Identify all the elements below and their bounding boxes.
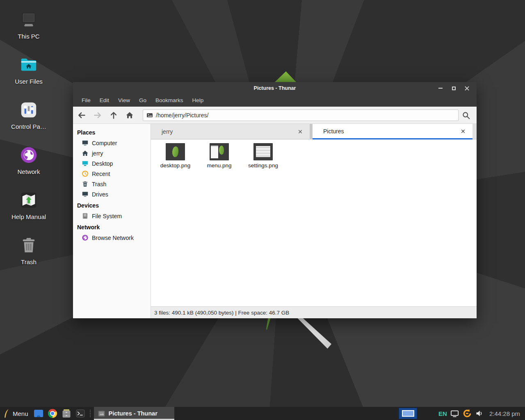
taskbar-window-button[interactable]: Pictures - Thunar xyxy=(94,407,174,420)
titlebar[interactable]: Pictures - Thunar xyxy=(73,82,477,94)
desktop-icon-label: Trash xyxy=(21,258,37,265)
desktop-icon-label: Control Pa… xyxy=(11,123,46,130)
close-icon xyxy=(461,129,465,133)
sidebar-item-desktop[interactable]: Desktop xyxy=(73,158,151,169)
forward-icon xyxy=(94,111,102,119)
launcher-file-manager[interactable] xyxy=(32,407,45,420)
sidebar-item-recent[interactable]: Recent xyxy=(73,169,151,179)
desktop-icon-help-manual[interactable]: Help Manual xyxy=(0,190,57,231)
sidebar-item-trash[interactable]: Trash xyxy=(73,179,151,189)
update-icon[interactable] xyxy=(462,409,472,418)
file-menu-png[interactable]: menu.png xyxy=(200,143,239,169)
sidebar-item-label: Drives xyxy=(92,191,108,198)
tab-close-button[interactable] xyxy=(459,128,467,135)
file-name: settings.png xyxy=(248,162,278,169)
blue-folder-icon xyxy=(34,409,43,418)
taskbar-left: Menu Pictures - Thunar xyxy=(0,407,174,420)
search-button[interactable] xyxy=(459,108,473,122)
path-bar[interactable]: /home/jerry/Pictures/ xyxy=(143,110,459,121)
up-button[interactable] xyxy=(106,108,121,122)
tab-close-button[interactable] xyxy=(297,128,304,135)
minimize-icon xyxy=(438,88,443,89)
display-icon[interactable] xyxy=(450,410,459,418)
close-button[interactable] xyxy=(460,82,473,94)
file-cabinet-icon xyxy=(62,409,71,418)
sidebar-item-browse-network[interactable]: Browse Network xyxy=(73,233,151,243)
forward-button[interactable] xyxy=(90,108,105,122)
minimize-button[interactable] xyxy=(434,82,447,94)
desktop-icon-network[interactable]: Network xyxy=(0,145,57,186)
sidebar-item-file-system[interactable]: File System xyxy=(73,211,151,221)
launcher-chrome[interactable] xyxy=(46,407,59,420)
desktop-icon-trash[interactable]: Trash xyxy=(0,235,57,276)
desktop-icon-label: Help Manual xyxy=(11,213,46,220)
keyboard-layout-indicator[interactable]: EN xyxy=(438,410,447,417)
menu-bookmarks[interactable]: Bookmarks xyxy=(151,94,188,107)
window-title: Pictures - Thunar xyxy=(73,85,477,91)
home-button[interactable] xyxy=(122,108,137,122)
sidebar-item-computer[interactable]: Computer xyxy=(73,138,151,148)
menubar: File Edit View Go Bookmarks Help xyxy=(73,94,477,107)
status-text: 3 files: 490.1 kB (490,050 bytes) | Free… xyxy=(154,310,289,316)
menu-file[interactable]: File xyxy=(77,94,95,107)
wallpaper-green-sliver xyxy=(265,317,272,330)
image-thumbnail xyxy=(166,143,185,160)
close-icon xyxy=(298,130,302,134)
home-folder-icon xyxy=(19,55,39,75)
tab-label: Pictures xyxy=(323,128,459,135)
maximize-button[interactable] xyxy=(447,82,460,94)
menu-go[interactable]: Go xyxy=(135,94,151,107)
workspace-1[interactable] xyxy=(402,410,414,417)
desktop-icon-this-pc[interactable]: This PC xyxy=(0,10,57,51)
sidebar-header-places: Places xyxy=(73,126,151,138)
sidebar-item-label: Computer xyxy=(92,140,117,146)
tab-jerry[interactable]: jerry xyxy=(151,124,310,139)
desktop-icon-control-panel[interactable]: Control Pa… xyxy=(0,100,57,141)
file-list[interactable]: desktop.png menu.png settings.png xyxy=(151,139,477,306)
tab-bar: jerry Pictures xyxy=(151,124,477,139)
menu-button[interactable]: Menu xyxy=(0,407,32,420)
back-icon xyxy=(78,111,86,119)
tab-bar-filler xyxy=(472,124,477,139)
desktop: This PC User Files Control Pa… Network H… xyxy=(0,0,525,420)
sidebar-item-jerry[interactable]: jerry xyxy=(73,148,151,158)
wallpaper-green-triangle xyxy=(274,71,297,83)
drives-icon xyxy=(82,191,89,198)
sidebar-item-label: jerry xyxy=(92,150,103,157)
maximize-icon xyxy=(452,87,456,90)
feather-logo-icon xyxy=(3,409,10,418)
image-thumbnail xyxy=(210,143,229,160)
desktop-icon-user-files[interactable]: User Files xyxy=(0,55,57,96)
sidebar-item-drives[interactable]: Drives xyxy=(73,189,151,199)
up-icon xyxy=(110,111,118,119)
file-name: menu.png xyxy=(207,162,231,169)
workspace-switcher[interactable] xyxy=(399,408,417,419)
home-icon xyxy=(126,111,134,119)
menu-help[interactable]: Help xyxy=(188,94,208,107)
menu-edit[interactable]: Edit xyxy=(95,94,114,107)
computer-icon xyxy=(82,139,89,146)
taskbar: Menu Pictures - Thunar xyxy=(0,407,525,420)
trash-icon xyxy=(82,180,89,187)
launcher-terminal[interactable] xyxy=(74,407,87,420)
panel-handle[interactable] xyxy=(90,410,92,417)
volume-icon[interactable] xyxy=(475,409,484,418)
launcher-file-cabinet[interactable] xyxy=(60,407,73,420)
recent-clock-icon xyxy=(82,170,89,177)
sidebar-item-label: File System xyxy=(92,213,122,219)
desktop-icon xyxy=(82,160,89,167)
file-desktop-png[interactable]: desktop.png xyxy=(156,143,195,169)
menu-view[interactable]: View xyxy=(114,94,135,107)
path-text: /home/jerry/Pictures/ xyxy=(156,112,208,119)
close-icon xyxy=(465,86,469,91)
computer-icon xyxy=(19,10,39,30)
terminal-icon xyxy=(76,409,85,418)
clock[interactable]: 2:44:28 pm xyxy=(487,410,523,417)
chrome-browser-icon xyxy=(48,409,57,418)
tab-pictures[interactable]: Pictures xyxy=(313,124,472,139)
tab-label: jerry xyxy=(162,128,297,135)
taskbar-tray: EN 2:44:28 pm xyxy=(399,407,525,420)
file-settings-png[interactable]: settings.png xyxy=(244,143,283,169)
desktop-icon-label: Network xyxy=(17,168,40,175)
back-button[interactable] xyxy=(74,108,89,122)
